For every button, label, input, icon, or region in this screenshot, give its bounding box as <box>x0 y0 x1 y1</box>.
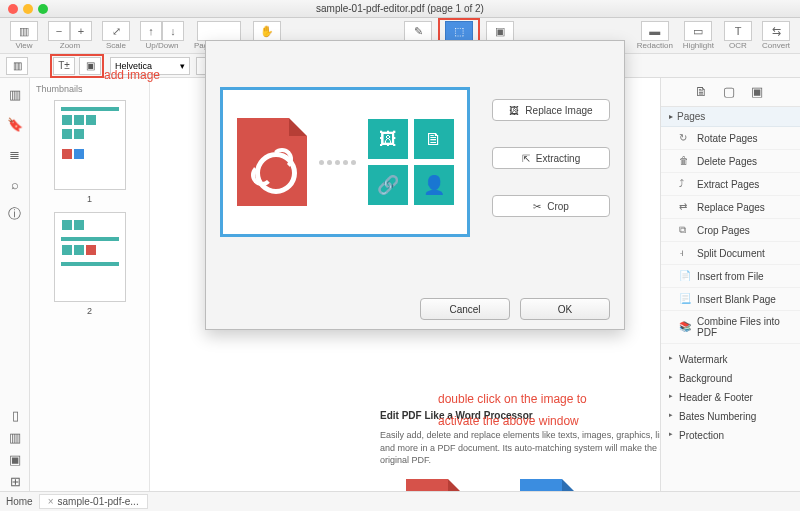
page-up-button[interactable]: ↑ <box>140 21 162 41</box>
doc-paragraph: Easily add, delete and replace elements … <box>380 429 660 467</box>
app-window: sample-01-pdf-editor.pdf (page 1 of 2) ▥… <box>0 0 800 511</box>
thumbnail-page-1[interactable] <box>54 100 126 190</box>
insert-from-file-item[interactable]: 📄Insert from File <box>661 265 800 288</box>
insert-blank-icon: 📃 <box>679 293 691 305</box>
pages-section-header[interactable]: Pages <box>661 107 800 127</box>
highlight-group: ▭ Highlight <box>683 21 714 50</box>
thumbnails-panel: Thumbnails 1 2 <box>30 78 150 491</box>
background-section[interactable]: Background <box>661 369 800 388</box>
home-link[interactable]: Home <box>6 496 33 507</box>
insert-blank-page-item[interactable]: 📃Insert Blank Page <box>661 288 800 311</box>
zoom-in-button[interactable]: + <box>70 21 92 41</box>
extract-icon: ⤴ <box>679 178 691 190</box>
delete-icon: 🗑 <box>679 155 691 167</box>
font-family-select[interactable]: Helvetica▾ <box>110 57 190 75</box>
view-group: ▥ View <box>10 21 38 50</box>
more-sections-list: Watermark Background Header & Footer Bat… <box>661 344 800 445</box>
image-preview-area[interactable]: 🖼 🗎 🔗 👤 <box>220 87 470 237</box>
dots-separator-icon <box>319 160 356 165</box>
properties-tab-icon[interactable]: ▢ <box>723 84 739 100</box>
view-mode-rail: ▯ ▥ ▣ ⊞ <box>0 407 30 489</box>
insert-file-icon: 📄 <box>679 270 691 282</box>
split-document-item[interactable]: ⫞Split Document <box>661 242 800 265</box>
titlebar: sample-01-pdf-editor.pdf (page 1 of 2) <box>0 0 800 18</box>
zoom-out-button[interactable]: − <box>48 21 70 41</box>
thumbnail-label-2: 2 <box>36 306 143 316</box>
rotate-icon: ↻ <box>679 132 691 144</box>
scale-group: ⤢ Scale <box>102 21 130 50</box>
two-page-view-icon[interactable]: ▣ <box>7 451 23 467</box>
single-page-view-icon[interactable]: ▯ <box>7 407 23 423</box>
add-text-button[interactable]: T± <box>53 57 75 75</box>
pdf-file-icon[interactable]: ⟁ <box>406 479 462 491</box>
combine-files-item[interactable]: 📚Combine Files into PDF <box>661 311 800 344</box>
extracting-icon: ⇱ <box>522 153 530 164</box>
doc-heading: Edit PDF Like a Word Processor <box>380 410 660 421</box>
layers-tab-icon[interactable]: ▣ <box>751 84 767 100</box>
crop-button[interactable]: ✂Crop <box>492 195 610 217</box>
form-button[interactable]: ▣ <box>486 21 514 41</box>
convert-group: ⇆ Convert <box>762 21 790 50</box>
zoom-group: − + Zoom <box>48 21 92 50</box>
close-window-icon[interactable] <box>8 4 18 14</box>
document-tab[interactable]: × sample-01-pdf-e... <box>39 494 148 509</box>
ocr-button[interactable]: T <box>724 21 752 41</box>
split-icon: ⫞ <box>679 247 691 259</box>
grid-view-icon[interactable]: ⊞ <box>7 473 23 489</box>
word-file-icon[interactable]: W <box>520 479 576 491</box>
crop-action-icon: ✂ <box>533 201 541 212</box>
watermark-section[interactable]: Watermark <box>661 350 800 369</box>
redaction-button[interactable]: ▬ <box>641 21 669 41</box>
extract-pages-item[interactable]: ⤴Extract Pages <box>661 173 800 196</box>
bates-numbering-section[interactable]: Bates Numbering <box>661 407 800 426</box>
feature-icon-grid: 🖼 🗎 🔗 👤 <box>368 119 454 205</box>
add-image-button[interactable]: ▣ <box>79 57 101 75</box>
info-tab-icon[interactable]: ⓘ <box>7 206 23 222</box>
delete-pages-item[interactable]: 🗑Delete Pages <box>661 150 800 173</box>
scale-button[interactable]: ⤢ <box>102 21 130 41</box>
text-feature-icon: 🗎 <box>414 119 454 159</box>
convert-button[interactable]: ⇆ <box>762 21 790 41</box>
combine-icon: 📚 <box>679 321 691 333</box>
replace-image-button[interactable]: 🖼Replace Image <box>492 99 610 121</box>
thumbnail-page-2[interactable] <box>54 212 126 302</box>
pages-actions-list: ↻Rotate Pages 🗑Delete Pages ⤴Extract Pag… <box>661 127 800 344</box>
search-tab-icon[interactable]: ⌕ <box>7 176 23 192</box>
minimize-window-icon[interactable] <box>23 4 33 14</box>
rotate-pages-item[interactable]: ↻Rotate Pages <box>661 127 800 150</box>
redaction-group: ▬ Redaction <box>637 21 673 50</box>
hand-button[interactable]: ✋ <box>253 21 281 41</box>
cancel-button[interactable]: Cancel <box>420 298 510 320</box>
ok-button[interactable]: OK <box>520 298 610 320</box>
view-button[interactable]: ▥ <box>10 21 38 41</box>
right-panel: 🗎 ▢ ▣ Pages ↻Rotate Pages 🗑Delete Pages … <box>660 78 800 491</box>
crop-pages-item[interactable]: ⧉Crop Pages <box>661 219 800 242</box>
markup-button[interactable]: ✎ <box>404 21 432 41</box>
close-tab-icon[interactable]: × <box>48 496 54 507</box>
thumbnail-label-1: 1 <box>36 194 143 204</box>
bookmarks-tab-icon[interactable]: 🔖 <box>7 116 23 132</box>
extracting-button[interactable]: ⇱Extracting <box>492 147 610 169</box>
ocr-group: T OCR <box>724 21 752 50</box>
continuous-view-icon[interactable]: ▥ <box>7 429 23 445</box>
footer-bar: Home × sample-01-pdf-e... <box>0 491 800 511</box>
image-feature-icon: 🖼 <box>368 119 408 159</box>
image-edit-dialog: 🖼 🗎 🔗 👤 🖼Replace Image ⇱Extracting ✂Crop… <box>205 40 625 330</box>
sidebar-toggle-button[interactable]: ▥ <box>6 57 28 75</box>
page-down-button[interactable]: ↓ <box>162 21 184 41</box>
outline-tab-icon[interactable]: ≣ <box>7 146 23 162</box>
add-image-highlight-box: T± ▣ <box>50 54 104 78</box>
replace-icon: ⇄ <box>679 201 691 213</box>
protection-section[interactable]: Protection <box>661 426 800 445</box>
zoom-window-icon[interactable] <box>38 4 48 14</box>
window-title: sample-01-pdf-editor.pdf (page 1 of 2) <box>316 3 484 14</box>
page-number-field[interactable] <box>197 21 241 41</box>
highlight-button[interactable]: ▭ <box>684 21 712 41</box>
header-footer-section[interactable]: Header & Footer <box>661 388 800 407</box>
chevron-down-icon: ▾ <box>180 61 185 71</box>
edit-button[interactable]: ⬚ <box>445 21 473 41</box>
thumbnails-tab-icon[interactable]: ▥ <box>7 86 23 102</box>
pages-tab-icon[interactable]: 🗎 <box>695 84 711 100</box>
replace-pages-item[interactable]: ⇄Replace Pages <box>661 196 800 219</box>
pdf-document-icon <box>237 118 307 206</box>
